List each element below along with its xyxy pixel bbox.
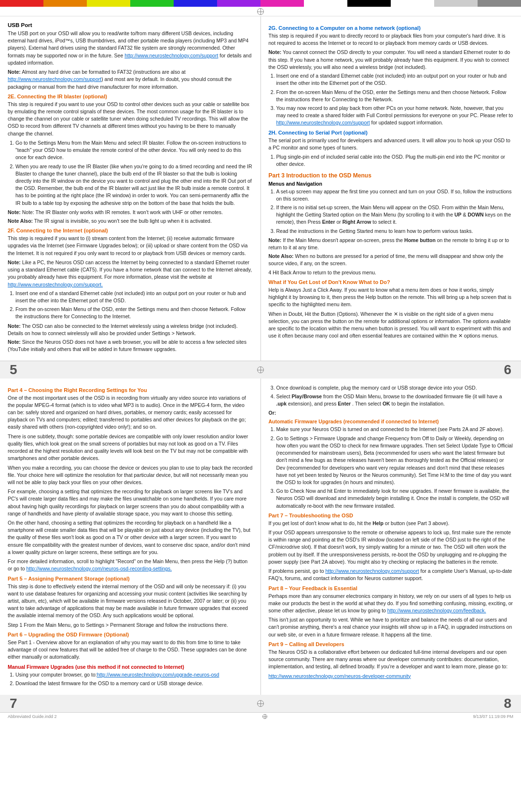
page-number-8: 8 (504, 696, 511, 711)
right-column-top: 2G. Connecting to a Computer on a home n… (261, 16, 521, 361)
page-num-right: 6 (268, 362, 521, 378)
manual-firmware-list: Using your computer browser, go to:http:… (8, 671, 253, 687)
part3-item2: If there is no initial set-up screen, th… (276, 204, 514, 226)
ir-blaster-note: Note: Note: The IR Blaster only works wi… (8, 209, 253, 216)
reg-circle-footer (262, 714, 267, 719)
part5-body: This step is done to effectively extend … (8, 583, 253, 620)
ir-blaster-heading: 2E. Connecting the IR blaster (optional) (8, 94, 253, 99)
page-num-left-7: 7 (0, 696, 253, 711)
ir-blaster-item2: When you are ready to use the IR Blaster… (15, 163, 253, 207)
color-bar-white (304, 0, 347, 7)
usb-port-link1[interactable]: http://www.neurostechnology.com/support (124, 53, 218, 58)
home-network-item1: Insert one end of a standard Ethernet ca… (276, 72, 514, 87)
serial-port-item1: Plug single-pin end of included serial c… (276, 153, 514, 168)
home-network-item2: From the on-screen Main Menu of the OSD,… (276, 89, 514, 103)
home-network-link[interactable]: http://www.neurostechnology.com/support (276, 120, 370, 125)
internet-link[interactable]: http://www.neurostechnology.com/support. (8, 282, 103, 287)
serial-port-heading: 2H. Connecting to Serial Port (optional) (269, 130, 514, 135)
reg-mark-top (0, 7, 521, 16)
internet-body: This step is required if you want to (i)… (8, 235, 253, 257)
internet-heading: 2F. Connecting to the Internet (optional… (8, 228, 253, 233)
part3-hit-back: 4 Hit Back Arrow to return to the previo… (269, 269, 514, 276)
part6-body: See Part 1 - Overview above for an expla… (8, 639, 253, 661)
part9-link[interactable]: http://www.neurostechnology.com/neuros-d… (269, 673, 411, 679)
color-bar (0, 0, 521, 7)
or-text: Or: (269, 409, 514, 417)
auto-firmware-list: Make sure your Neuros OSD is turned on a… (269, 426, 514, 509)
page-num-right-8: 8 (268, 696, 521, 711)
part4-body3: When you make a recording, you can choos… (8, 464, 253, 487)
color-bar-green (130, 0, 174, 7)
part8-body1: Perhaps more than any consumer electroni… (269, 593, 514, 615)
part6-item4: Select Play/Browse from the OSD Main Men… (276, 393, 514, 407)
part5-heading: Part 5 – Assigning Permanent Storage (op… (8, 576, 253, 582)
manual-link[interactable]: http://www.neurostechnology.com/upgrade-… (97, 672, 219, 677)
usb-port-note1: Note: Almost any hard drive can be forma… (8, 68, 253, 91)
part7-heading: Part 7 – Troubleshooting the OSD (269, 513, 514, 518)
auto-item1: Make sure your Neuros OSD is turned on a… (276, 426, 514, 433)
part4-body1: One of the most important uses of the OS… (8, 394, 253, 431)
color-bar-yellow (87, 0, 130, 7)
part7-link[interactable]: http://www.neurostechnology.com/support (325, 568, 419, 574)
part7-body1: If you get lost of don't know what to do… (269, 520, 514, 527)
internet-list: Insert one end of a standard Ethernet ca… (8, 290, 253, 321)
auto-item3: Go to Check Now and hit Enter to immedia… (276, 487, 514, 510)
internet-item1: Insert one end of a standard Ethernet ca… (15, 290, 253, 304)
home-network-body: This step is required if you want to dir… (269, 32, 514, 47)
color-bar-orange (43, 0, 87, 7)
part4-body5: On the other hand, choosing a setting th… (8, 519, 253, 556)
color-bar-white2 (391, 0, 434, 7)
part3-item3: Read the instructions in the Getting Sta… (276, 228, 514, 235)
part3-item1: A set-up screen may appear the first tim… (276, 188, 514, 203)
part7-body2: If your OSD appears unresponsive to the … (269, 529, 514, 566)
part6-item3: Once download is complete, plug the memo… (276, 384, 514, 392)
color-bar-blue (174, 0, 217, 7)
ir-blaster-item1: Go to the Settings Menu from the Main Me… (15, 139, 253, 162)
top-section: USB Port The USB port on your OSD will a… (0, 16, 521, 361)
page-number-6: 6 (504, 362, 511, 378)
part4-body4: For example, choosing a setting that opt… (8, 488, 253, 517)
what-heading: What if You Get Lost of Don't Know What … (269, 279, 514, 285)
internet-note1: Note: Like a PC, the Neuros OSD can acce… (8, 259, 253, 288)
serial-port-body: The serial port is primarily used for de… (269, 137, 514, 151)
bottom-section: Part 4 – Choosing the Right Recording Se… (0, 379, 521, 695)
part4-body6: For more detailed information, scroll to… (8, 558, 253, 572)
manual-firmware-item2: Download the latest firmware for the OSD… (15, 680, 253, 687)
home-network-heading: 2G. Connecting to a Computer on a home n… (269, 25, 514, 31)
part6-cont-list: Once download is complete, plug the memo… (269, 384, 514, 408)
left-column-top: USB Port The USB port on your OSD will a… (0, 16, 261, 361)
part8-heading: Part 8 – Your Feedback is Essential (269, 585, 514, 591)
usb-port-link1b[interactable]: http://www.neurostechnology.com/support (8, 76, 101, 82)
part8-body2: This isn't just an opportunity to vent. … (269, 616, 514, 638)
page-num-bar-top: 5 6 (0, 361, 521, 379)
part9-heading: Part 9 – Calling all Developers (269, 641, 514, 647)
color-bar-dgray (478, 0, 521, 7)
left-column-bottom: Part 4 – Choosing the Right Recording Se… (0, 379, 261, 695)
usb-port-heading: USB Port (8, 22, 253, 28)
part4-link6[interactable]: http://www.neurostechnology.com/neuros-o… (27, 566, 172, 571)
page-number-5: 5 (10, 362, 17, 378)
manual-firmware-heading: Manual Firmware Upgrades (use this metho… (8, 664, 253, 670)
reg-mark-bottom-mid (253, 700, 268, 707)
reg-circle-bottom-mid (257, 700, 264, 707)
part3-list: A set-up screen may appear the first tim… (269, 188, 514, 235)
home-network-note: Note: You cannot connect the OSD directl… (269, 49, 514, 71)
auto-firmware-heading: Automatic Firmware Upgrades (recommended… (269, 419, 514, 424)
when-doubt: When in Doubt, Hit the Button (Options).… (269, 311, 514, 340)
page-number-7: 7 (10, 696, 17, 711)
color-bar-red (0, 0, 43, 7)
part7-body3: If problems persist, go to http://www.ne… (269, 568, 514, 582)
manual-firmware-item1: Using your computer browser, go to:http:… (15, 671, 253, 678)
part3-note: Note: If the Main Menu doesn't appear on… (269, 237, 514, 251)
page-num-left: 5 (0, 362, 253, 378)
reg-mark-middle (253, 366, 268, 373)
part4-body2: There is one subtlety, though: some port… (8, 433, 253, 462)
part9-body1: The Neuros OSD is a collaborative effort… (269, 649, 514, 671)
color-bar-black (347, 0, 391, 7)
color-bar-pink (260, 0, 304, 7)
part6-heading: Part 6 – Upgrading the OSD Firmware (Opt… (8, 632, 253, 637)
footer: Abbreviated Guide.indd 2 9/13/07 11:19:0… (0, 712, 521, 720)
part8-link1[interactable]: http://www.neurostechnology.com/feedback… (387, 608, 486, 613)
part5-step: Step 1 From the Main Menu, go to Setting… (8, 622, 253, 629)
internet-note2: Note: The OSD can also be connected to t… (8, 323, 253, 337)
